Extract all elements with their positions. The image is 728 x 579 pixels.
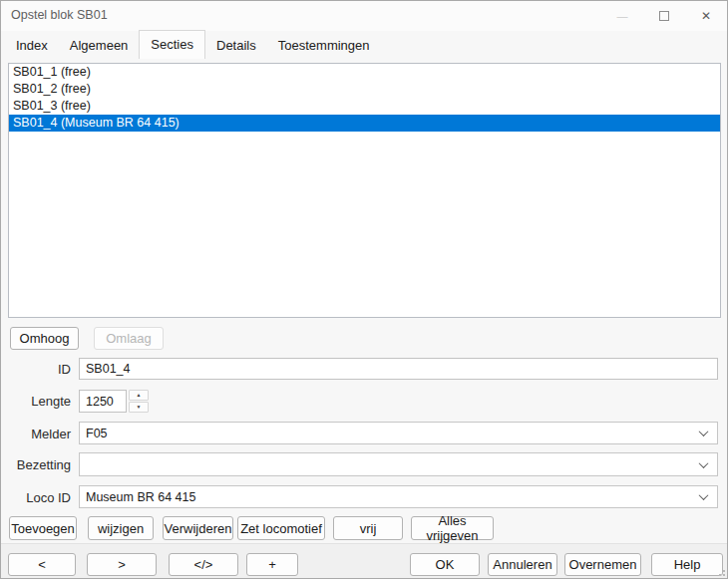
loco-id-label: Loco ID <box>9 490 71 505</box>
list-item[interactable]: SB01_4 (Museum BR 64 415) <box>9 115 720 132</box>
chevron-down-icon[interactable] <box>689 430 717 436</box>
tab-index[interactable]: Index <box>5 34 59 59</box>
list-item[interactable]: SB01_2 (free) <box>9 81 720 98</box>
tabstrip: Index Algemeen Secties Details Toestemmi… <box>5 33 381 59</box>
annuleren-button[interactable]: Annuleren <box>488 553 557 576</box>
alles-vrijgeven-button[interactable]: Alles vrijgeven <box>411 516 494 540</box>
loco-id-combobox[interactable]: Museum BR 64 415 <box>79 485 718 508</box>
melder-value: F05 <box>80 427 689 440</box>
lengte-input[interactable] <box>79 390 127 413</box>
melder-combobox[interactable]: F05 <box>79 422 718 444</box>
nav-next-button[interactable]: > <box>87 553 157 576</box>
close-icon[interactable]: ✕ <box>685 1 727 31</box>
zet-locomotief-button[interactable]: Zet locomotief <box>237 516 325 540</box>
toevoegen-button[interactable]: Toevoegen <box>9 516 77 540</box>
nav-prev-button[interactable]: < <box>8 553 76 576</box>
verwijderen-button[interactable]: Verwijderen <box>163 516 233 540</box>
omlaag-button[interactable]: Omlaag <box>94 327 164 350</box>
bezetting-combobox[interactable] <box>79 452 718 476</box>
chevron-down-icon[interactable] <box>689 461 717 468</box>
wijzigen-button[interactable]: wijzigen <box>88 516 154 540</box>
dialog-opstel-blok: Opstel blok SB01 — ✕ Index Algemeen Sect… <box>0 0 728 579</box>
spin-down-icon[interactable]: ▼ <box>129 402 149 413</box>
overnemen-button[interactable]: Overnemen <box>564 553 641 576</box>
nav-add-button[interactable]: + <box>246 553 298 576</box>
vrij-button[interactable]: vrij <box>333 516 403 540</box>
maximize-icon[interactable] <box>643 1 685 31</box>
titlebar: Opstel blok SB01 — ✕ <box>1 1 727 31</box>
chevron-down-icon[interactable] <box>689 493 717 500</box>
tab-algemeen[interactable]: Algemeen <box>59 34 140 59</box>
id-input[interactable] <box>79 358 718 380</box>
omhoog-button[interactable]: Omhoog <box>10 327 79 350</box>
tab-secties[interactable]: Secties <box>139 30 205 59</box>
loco-id-value: Museum BR 64 415 <box>80 490 689 504</box>
lengte-spinner: ▲ ▼ <box>79 390 149 413</box>
melder-label: Melder <box>9 427 71 441</box>
spin-up-icon[interactable]: ▲ <box>129 390 149 401</box>
footer: < > </> + OK Annuleren Overnemen Help <box>1 543 727 578</box>
window-title: Opstel blok SB01 <box>11 8 108 22</box>
resize-grip[interactable] <box>715 566 725 576</box>
lengte-spin-buttons: ▲ ▼ <box>129 390 149 413</box>
window-controls: — ✕ <box>601 1 727 31</box>
tab-toestemmingen[interactable]: Toestemmingen <box>267 34 381 59</box>
minimize-icon[interactable]: — <box>601 1 643 31</box>
ok-button[interactable]: OK <box>410 553 480 576</box>
help-button[interactable]: Help <box>651 553 723 576</box>
maximize-box <box>659 11 669 21</box>
list-item[interactable]: SB01_1 (free) <box>9 64 720 81</box>
id-label: ID <box>9 362 71 377</box>
tab-details[interactable]: Details <box>205 34 267 59</box>
bezetting-label: Bezetting <box>9 457 71 472</box>
nav-code-button[interactable]: </> <box>169 553 238 576</box>
lengte-label: Lengte <box>9 394 71 409</box>
list-item[interactable]: SB01_3 (free) <box>9 98 720 115</box>
sections-listbox[interactable]: SB01_1 (free) SB01_2 (free) SB01_3 (free… <box>8 63 721 318</box>
